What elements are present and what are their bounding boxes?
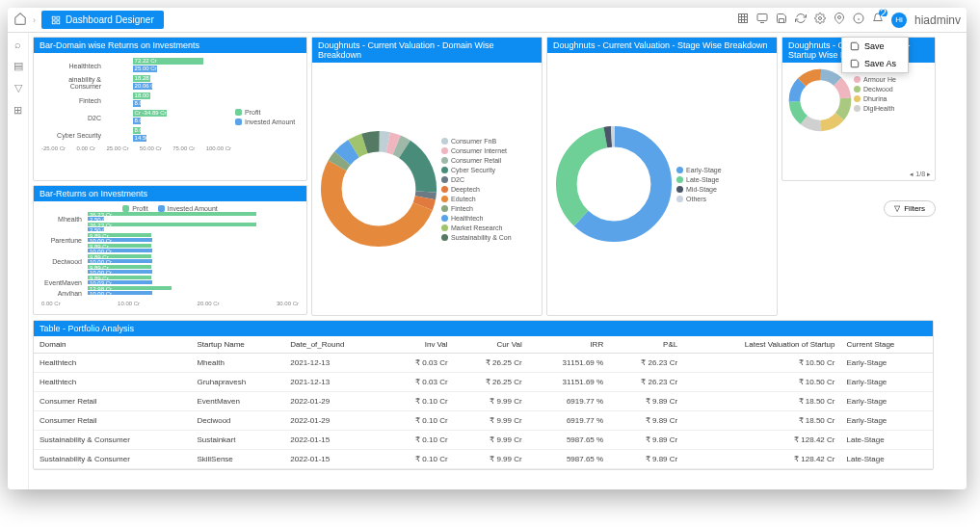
data-icon[interactable]: ⊞ <box>13 104 22 117</box>
refresh-icon[interactable] <box>795 13 807 27</box>
home-icon[interactable] <box>13 12 27 29</box>
table-row[interactable]: Sustainability & ConsumerSkillSense2022-… <box>34 450 933 469</box>
svg-rect-0 <box>52 16 55 19</box>
layers-icon[interactable]: ▤ <box>13 60 23 72</box>
svg-rect-2 <box>52 20 55 23</box>
topbar: › Dashboard Designer 2 Hi hiadminv <box>8 8 967 33</box>
pin-icon[interactable] <box>834 13 845 27</box>
card-donut-stage: Doughnuts - Current Valuation - Stage Wi… <box>546 37 778 316</box>
card-table: Table - Portfolio Analysis DomainStartup… <box>33 320 934 470</box>
chevron-right-icon: › <box>33 15 36 25</box>
page-title: Dashboard Designer <box>66 14 154 25</box>
save-popup: Save Save As <box>841 37 909 73</box>
avatar[interactable]: Hi <box>891 13 907 28</box>
table-row[interactable]: Consumer RetailEventMaven2022-01-29₹ 0.1… <box>34 392 933 411</box>
table-row[interactable]: HealthtechGruhapravesh2021-12-13₹ 0.03 C… <box>34 373 933 392</box>
username[interactable]: hiadminv <box>914 13 961 27</box>
svg-rect-4 <box>738 14 747 23</box>
donut-chart <box>551 121 676 247</box>
save-icon[interactable] <box>776 13 787 27</box>
svg-rect-3 <box>57 20 60 23</box>
gear-icon[interactable] <box>814 13 826 27</box>
popup-save[interactable]: Save <box>842 38 908 55</box>
svg-rect-1 <box>57 16 60 19</box>
table-row[interactable]: HealthtechMhealth2021-12-13₹ 0.03 Cr₹ 26… <box>34 354 933 373</box>
table-row[interactable]: Sustainability & ConsumerSustainkart2022… <box>34 431 933 450</box>
card-header: Table - Portfolio Analysis <box>34 321 933 336</box>
svg-point-32 <box>567 137 661 231</box>
card-bar-returns: Bar-Returns on Investments Profit Invest… <box>33 185 307 315</box>
svg-point-27 <box>331 142 426 236</box>
save-icon <box>850 41 860 51</box>
toolbar-icons: 2 Hi hiadminv <box>737 13 961 28</box>
main-canvas: Save Save As Bar-Domain wise Returns on … <box>29 33 967 489</box>
popup-save-as[interactable]: Save As <box>842 55 908 72</box>
table-row[interactable]: Consumer RetailDeciwood2022-01-29₹ 0.10 … <box>34 411 933 431</box>
card-header: Doughnuts - Current Valuation - Domain W… <box>312 38 542 63</box>
svg-rect-9 <box>757 14 767 21</box>
card-header: Bar-Domain wise Returns on Investments <box>34 38 306 53</box>
grid-icon[interactable] <box>737 13 749 27</box>
dashboard-icon <box>51 15 61 25</box>
left-rail: ⌕ ▤ ▽ ⊞ <box>8 33 29 489</box>
pager[interactable]: ◂ 1/8 ▸ <box>782 169 935 180</box>
search-icon[interactable]: ⌕ <box>14 39 21 50</box>
filter-icon: ▽ <box>894 204 900 213</box>
monitor-icon[interactable] <box>756 13 768 27</box>
portfolio-table: DomainStartup NameDate_of_RoundInv ValCu… <box>34 336 933 469</box>
svg-point-11 <box>818 17 821 20</box>
card-header: Bar-Returns on Investments <box>34 186 306 201</box>
filters-button[interactable]: ▽ Filters <box>884 200 936 217</box>
donut-chart <box>316 126 441 251</box>
notif-badge: 2 <box>879 9 887 17</box>
info-icon[interactable] <box>853 13 864 27</box>
breadcrumb-title[interactable]: Dashboard Designer <box>41 11 164 29</box>
filter-icon[interactable]: ▽ <box>14 82 22 94</box>
save-as-icon <box>850 59 860 68</box>
donut-chart <box>786 66 854 134</box>
svg-point-41 <box>795 75 846 126</box>
card-donut-domain: Doughnuts - Current Valuation - Domain W… <box>311 37 543 316</box>
bell-icon[interactable]: 2 <box>872 13 884 27</box>
svg-point-12 <box>837 16 840 19</box>
card-bar-domain: Bar-Domain wise Returns on Investments H… <box>33 37 307 181</box>
card-header: Doughnuts - Current Valuation - Stage Wi… <box>547 38 777 53</box>
